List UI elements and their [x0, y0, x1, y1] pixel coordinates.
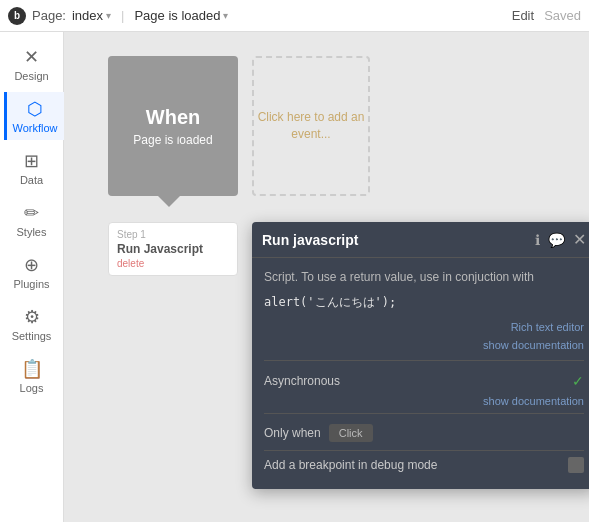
event-chevron-icon: ▾	[223, 10, 228, 21]
panel-code[interactable]: alert('こんにちは');	[264, 294, 584, 311]
edit-label[interactable]: Edit	[512, 8, 534, 23]
step-block: Step 1 Run Javascript delete	[108, 222, 238, 276]
sidebar-item-label: Data	[20, 174, 43, 186]
top-bar: b Page: index ▾ | Page is loaded ▾ Edit …	[0, 0, 589, 32]
sidebar-item-plugins[interactable]: ⊕ Plugins	[4, 248, 60, 296]
only-when-label: Only when	[264, 426, 321, 440]
styles-icon: ✏	[24, 202, 39, 224]
sidebar-item-label: Styles	[17, 226, 47, 238]
add-event-text: Click here to add an event...	[254, 109, 368, 143]
page-label: Page:	[32, 8, 66, 23]
sidebar-item-settings[interactable]: ⚙ Settings	[4, 300, 60, 348]
breakpoint-checkbox[interactable]	[568, 457, 584, 473]
sidebar-item-data[interactable]: ⊞ Data	[4, 144, 60, 192]
sidebar-item-label: Design	[14, 70, 48, 82]
when-bottom-arrow-icon	[157, 195, 181, 207]
show-documentation-link-1[interactable]: show documentation	[264, 337, 584, 355]
panel-divider-2	[264, 413, 584, 414]
add-event-block[interactable]: Click here to add an event...	[252, 56, 370, 196]
panel-rich-text-area: Rich text editor show documentation	[264, 319, 584, 354]
show-documentation-link-2[interactable]: show documentation	[264, 395, 584, 407]
asynchronous-checkmark-icon: ✓	[572, 373, 584, 389]
sidebar-item-label: Settings	[12, 330, 52, 342]
rich-text-editor-label: Rich text editor	[264, 319, 584, 337]
page-chevron-icon: ▾	[106, 10, 111, 21]
breakpoint-label: Add a breakpoint in debug mode	[264, 458, 568, 472]
event-select[interactable]: Page is loaded ▾	[134, 8, 228, 23]
info-icon[interactable]: ℹ	[535, 232, 540, 248]
main-layout: ✕ Design ⬡ Workflow ⊞ Data ✏ Styles ⊕ Pl…	[0, 32, 589, 522]
only-when-button[interactable]: Click	[329, 424, 373, 442]
step-name: Run Javascript	[117, 242, 229, 256]
workflow-icon: ⬡	[27, 98, 43, 120]
panel-description: Script. To use a return value, use in co…	[264, 268, 584, 286]
saved-label: Saved	[544, 8, 581, 23]
sidebar-item-styles[interactable]: ✏ Styles	[4, 196, 60, 244]
sidebar-item-logs[interactable]: 📋 Logs	[4, 352, 60, 400]
sidebar-item-label: Logs	[20, 382, 44, 394]
panel-header: Run javascript ℹ 💬 ✕	[252, 222, 589, 258]
sidebar-item-design[interactable]: ✕ Design	[4, 40, 60, 88]
sidebar-item-label: Workflow	[12, 122, 57, 134]
run-javascript-panel: Run javascript ℹ 💬 ✕ Script. To use a re…	[252, 222, 589, 489]
topbar-divider: |	[121, 8, 124, 23]
asynchronous-row: Asynchronous ✓	[264, 367, 584, 395]
sidebar-item-workflow[interactable]: ⬡ Workflow	[4, 92, 64, 140]
panel-title: Run javascript	[262, 232, 535, 248]
when-arrow-icon	[173, 125, 183, 141]
topbar-right: Edit Saved	[512, 8, 581, 23]
sidebar-item-label: Plugins	[13, 278, 49, 290]
step-delete[interactable]: delete	[117, 258, 229, 269]
plugins-icon: ⊕	[24, 254, 39, 276]
data-icon: ⊞	[24, 150, 39, 172]
close-icon[interactable]: ✕	[573, 230, 586, 249]
comment-icon[interactable]: 💬	[548, 232, 565, 248]
panel-header-icons: ℹ 💬 ✕	[535, 230, 586, 249]
only-when-row: Only when Click	[264, 420, 584, 446]
logo: b	[8, 7, 26, 25]
panel-body: Script. To use a return value, use in co…	[252, 258, 589, 489]
logs-icon: 📋	[21, 358, 43, 380]
page-select[interactable]: index ▾	[72, 8, 111, 23]
step-label: Step 1	[117, 229, 229, 240]
breakpoint-row: Add a breakpoint in debug mode	[264, 450, 584, 479]
design-icon: ✕	[24, 46, 39, 68]
sidebar: ✕ Design ⬡ Workflow ⊞ Data ✏ Styles ⊕ Pl…	[0, 32, 64, 522]
settings-icon: ⚙	[24, 306, 40, 328]
panel-divider-1	[264, 360, 584, 361]
asynchronous-label: Asynchronous	[264, 374, 572, 388]
canvas-area: When Page is loaded Click here to add an…	[64, 32, 589, 522]
